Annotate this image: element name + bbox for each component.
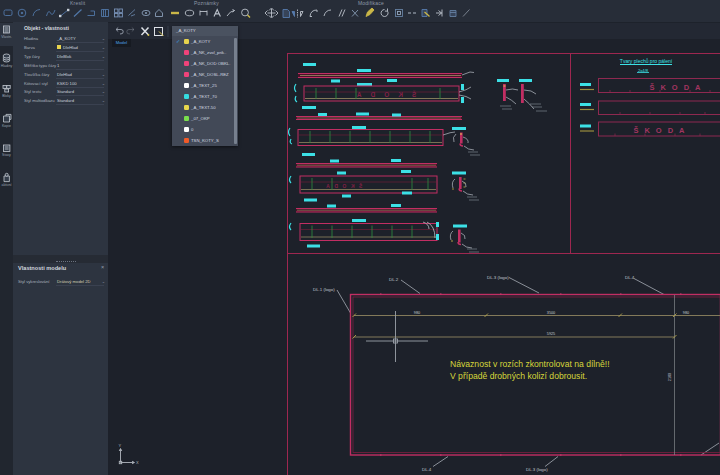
svg-text:DL.3 (logo): DL.3 (logo) — [526, 467, 548, 472]
svg-text:ŠKODA: ŠKODA — [322, 182, 363, 189]
svg-text:DL.3 (logo): DL.3 (logo) — [487, 275, 509, 280]
svg-text:980: 980 — [414, 311, 420, 315]
svg-text:Návaznost v rozích zkontrolova: Návaznost v rozích zkontrolovat na dílně… — [450, 359, 610, 369]
svg-text:3500: 3500 — [547, 311, 555, 315]
svg-text:Tvary plechů pro pálení: Tvary plechů pro pálení — [620, 58, 673, 64]
svg-text:DL.4: DL.4 — [422, 467, 432, 472]
svg-text:X: X — [136, 460, 139, 465]
svg-text:ŠKODA: ŠKODA — [633, 126, 690, 135]
svg-text:DL.4: DL.4 — [625, 275, 635, 280]
svg-text:DL.2: DL.2 — [389, 277, 399, 282]
svg-text:2x4/8: 2x4/8 — [638, 68, 649, 73]
svg-text:980: 980 — [683, 311, 689, 315]
svg-text:DL.1 (logo): DL.1 (logo) — [313, 287, 335, 292]
svg-text:ŠKODA: ŠKODA — [649, 83, 706, 92]
svg-text:Y: Y — [119, 443, 122, 448]
svg-text:V případě drobných kolizí dobr: V případě drobných kolizí dobrousit. — [450, 371, 587, 381]
svg-text:ŠKODA: ŠKODA — [348, 90, 416, 98]
svg-text:2180: 2180 — [668, 373, 672, 381]
svg-text:5925: 5925 — [547, 332, 555, 336]
